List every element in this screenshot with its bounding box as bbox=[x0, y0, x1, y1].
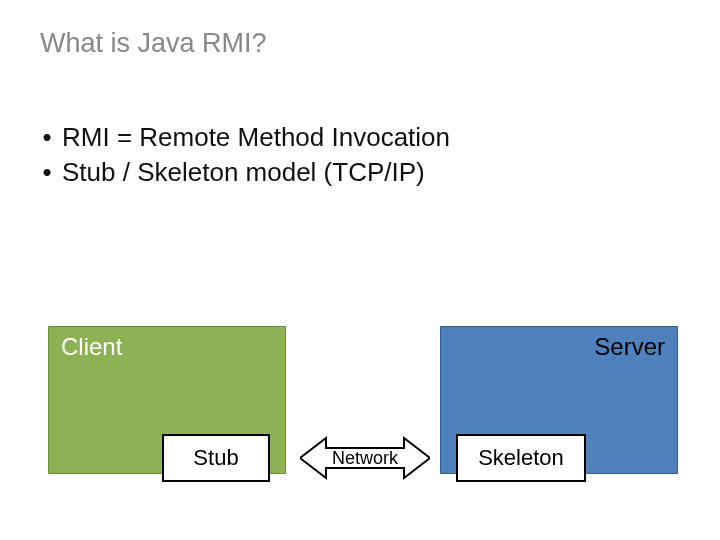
client-label: Client bbox=[61, 333, 122, 360]
stub-label: Stub bbox=[193, 445, 238, 471]
svg-marker-0 bbox=[300, 438, 430, 478]
bullet-dot-icon: • bbox=[40, 155, 54, 190]
slide-title: What is Java RMI? bbox=[40, 28, 267, 59]
bullet-text: Stub / Skeleton model (TCP/IP) bbox=[62, 155, 425, 190]
list-item: • RMI = Remote Method Invocation bbox=[40, 120, 450, 155]
bullet-text: RMI = Remote Method Invocation bbox=[62, 120, 450, 155]
skeleton-box: Skeleton bbox=[456, 434, 586, 482]
bullet-dot-icon: • bbox=[40, 120, 54, 155]
server-label: Server bbox=[594, 333, 665, 360]
skeleton-label: Skeleton bbox=[478, 445, 564, 471]
stub-box: Stub bbox=[162, 434, 270, 482]
double-arrow-icon bbox=[300, 432, 430, 484]
list-item: • Stub / Skeleton model (TCP/IP) bbox=[40, 155, 450, 190]
bullet-list: • RMI = Remote Method Invocation • Stub … bbox=[40, 120, 450, 190]
